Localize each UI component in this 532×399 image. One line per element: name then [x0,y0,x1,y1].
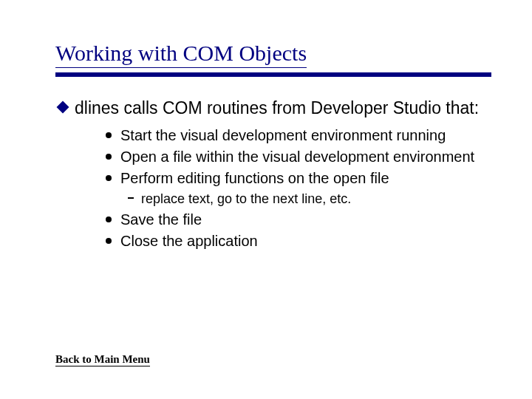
back-to-main-menu-link[interactable]: Back to Main Menu [55,353,150,366]
bullet-text: Save the file [120,211,202,228]
dot-icon [106,154,112,160]
diamond-icon [57,101,69,114]
bullet-level2: Save the file [106,211,488,229]
bullet-level3: replace text, go to the next line, etc. [128,191,488,208]
bullet-text: Open a file within the visual developmen… [120,149,474,165]
title-rule [55,72,491,77]
bullet-text: dlines calls COM routines from Developer… [75,98,479,117]
bullet-text: replace text, go to the next line, etc. [141,191,351,206]
bullet-level2: Start the visual development environment… [106,126,488,145]
bullet-text: Close the application [120,233,258,249]
bullet-level2: Close the application [106,232,488,250]
slide: Working with COM Objects dlines calls CO… [0,0,532,399]
bullet-text: Start the visual development environment… [120,127,446,143]
page-title: Working with COM Objects [55,41,307,68]
bullet-level2: Perform editing functions on the open fi… [106,169,488,188]
dot-icon [106,132,112,138]
dot-icon [106,175,112,181]
level2-group: Start the visual development environment… [55,126,488,250]
bullet-level2: Open a file within the visual developmen… [106,148,488,166]
level3-group: replace text, go to the next line, etc. [106,191,488,208]
dot-icon [106,216,112,222]
dot-icon [106,238,112,244]
bullet-level1: dlines calls COM routines from Developer… [55,98,488,119]
bullet-text: Perform editing functions on the open fi… [120,170,389,186]
dash-icon [128,197,134,199]
